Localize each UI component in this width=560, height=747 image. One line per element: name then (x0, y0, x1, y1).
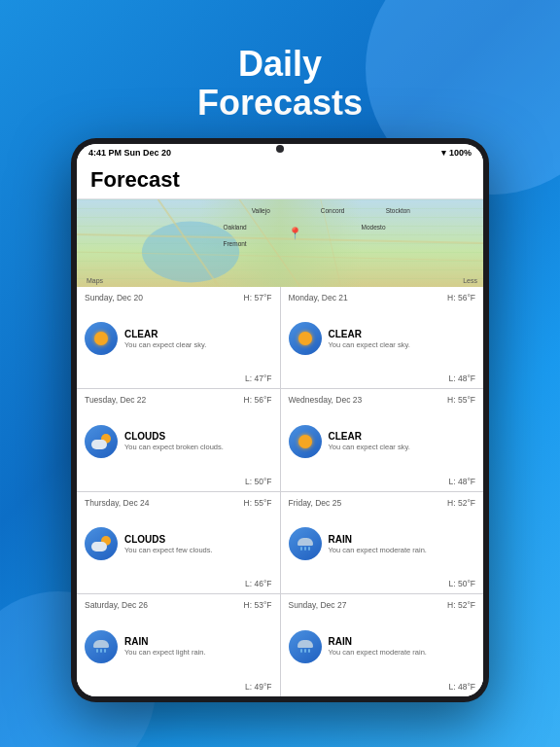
weather-icon (85, 425, 118, 458)
card-top: Friday, Dec 25 H: 52°F (289, 498, 476, 508)
weather-icon (85, 630, 118, 663)
card-condition: CLEAR (124, 329, 272, 339)
card-top: Monday, Dec 21 H: 56°F (289, 293, 476, 302)
forecast-card-4[interactable]: Thursday, Dec 24 H: 55°F CLOUDS You can … (77, 492, 280, 594)
card-high: H: 56°F (447, 293, 475, 302)
map-city-oakland: Oakland (223, 224, 246, 231)
weather-icon (289, 527, 322, 560)
card-date: Friday, Dec 25 (289, 498, 342, 508)
card-description: You can expect clear sky. (124, 340, 272, 349)
card-date: Sunday, Dec 27 (289, 600, 347, 610)
card-date: Sunday, Dec 20 (85, 293, 143, 302)
card-main: CLOUDS You can expect few clouds. (85, 512, 272, 578)
card-date: Tuesday, Dec 22 (85, 395, 146, 405)
map-city-modesto: Modesto (362, 224, 386, 231)
header-line2: Forecasts (197, 84, 363, 123)
card-description: You can expect clear sky. (329, 340, 476, 349)
map-roads (77, 199, 483, 287)
weather-icon (289, 425, 322, 458)
tablet-top-bar (222, 144, 338, 154)
forecast-card-5[interactable]: Friday, Dec 25 H: 52°F RAIN You can expe… (281, 492, 484, 594)
card-high: H: 53°F (244, 600, 272, 610)
tablet-frame: 4:41 PM Sun Dec 20 ▾ 100% Forecast (71, 138, 489, 702)
card-condition: RAIN (329, 636, 476, 647)
rain-icon (298, 538, 313, 551)
tablet-camera (276, 145, 284, 153)
card-low: L: 50°F (289, 579, 476, 588)
status-time: 4:41 PM Sun Dec 20 (88, 148, 171, 158)
card-description: You can expect moderate rain. (329, 546, 476, 554)
map-pin: 📍 (288, 227, 302, 240)
card-main: CLOUDS You can expect broken clouds. (85, 409, 272, 475)
card-main: RAIN You can expect light rain. (85, 614, 272, 680)
card-main: RAIN You can expect moderate rain. (289, 614, 476, 680)
forecast-card-2[interactable]: Tuesday, Dec 22 H: 56°F CLOUDS You can e… (77, 389, 280, 491)
app-title: Forecast (90, 167, 470, 193)
sun-icon (298, 435, 312, 448)
card-date: Thursday, Dec 24 (85, 498, 149, 508)
card-date: Saturday, Dec 26 (85, 600, 148, 610)
weather-icon (85, 527, 118, 560)
card-info: CLEAR You can expect clear sky. (329, 329, 476, 349)
card-condition: CLEAR (329, 329, 476, 339)
map-label: Maps (85, 277, 103, 284)
card-low: L: 46°F (85, 579, 272, 588)
tablet-screen: 4:41 PM Sun Dec 20 ▾ 100% Forecast (77, 144, 483, 696)
forecast-card-3[interactable]: Wednesday, Dec 23 H: 55°F CLEAR You can … (281, 389, 484, 491)
card-description: You can expect light rain. (124, 648, 272, 657)
card-info: CLEAR You can expect clear sky. (124, 329, 272, 349)
status-icons: ▾ 100% (441, 148, 472, 158)
card-date: Monday, Dec 21 (289, 293, 348, 302)
card-description: You can expect moderate rain. (329, 648, 476, 657)
header-line1: Daily (197, 45, 363, 84)
battery-icon: 100% (449, 148, 472, 158)
card-low: L: 48°F (289, 374, 476, 383)
card-top: Tuesday, Dec 22 H: 56°F (85, 395, 272, 405)
map-less[interactable]: Less (463, 277, 477, 284)
card-info: RAIN You can expect moderate rain. (329, 636, 476, 657)
weather-icon (289, 630, 322, 663)
rain-icon (93, 640, 109, 653)
map-city-vallejo: Vallejo (252, 207, 270, 214)
card-info: CLOUDS You can expect few clouds. (124, 534, 272, 554)
cloud-sun-icon (91, 434, 111, 449)
card-description: You can expect clear sky. (329, 443, 476, 451)
forecast-card-0[interactable]: Sunday, Dec 20 H: 57°F CLEAR You can exp… (77, 287, 280, 389)
card-description: You can expect broken clouds. (124, 443, 272, 451)
card-top: Saturday, Dec 26 H: 53°F (85, 600, 272, 610)
sun-icon (298, 332, 312, 345)
card-main: RAIN You can expect moderate rain. (289, 512, 476, 578)
map-city-fremont: Fremont (223, 240, 246, 247)
card-description: You can expect few clouds. (124, 546, 272, 554)
forecast-card-7[interactable]: Sunday, Dec 27 H: 52°F RAIN You can expe… (281, 594, 484, 696)
card-condition: CLOUDS (124, 431, 272, 442)
card-top: Sunday, Dec 20 H: 57°F (85, 293, 272, 302)
rain-icon (298, 640, 313, 653)
card-main: CLEAR You can expect clear sky. (85, 306, 272, 373)
forecast-grid: Sunday, Dec 20 H: 57°F CLEAR You can exp… (77, 287, 483, 696)
card-info: CLOUDS You can expect broken clouds. (124, 431, 272, 451)
app-header-text: Daily Forecasts (197, 45, 363, 122)
card-low: L: 49°F (85, 682, 272, 692)
card-top: Sunday, Dec 27 H: 52°F (289, 600, 476, 610)
card-condition: RAIN (124, 636, 272, 647)
forecast-card-6[interactable]: Saturday, Dec 26 H: 53°F RAIN You can ex… (77, 594, 280, 696)
weather-icon (289, 322, 322, 355)
card-main: CLEAR You can expect clear sky. (289, 306, 476, 373)
card-info: RAIN You can expect moderate rain. (329, 534, 476, 554)
card-high: H: 52°F (447, 600, 475, 610)
card-high: H: 52°F (447, 498, 475, 508)
card-condition: RAIN (329, 534, 476, 545)
map-city-concord: Concord (321, 207, 345, 214)
card-condition: CLEAR (329, 431, 476, 442)
card-info: RAIN You can expect light rain. (124, 636, 272, 657)
card-high: H: 55°F (244, 498, 272, 508)
card-info: CLEAR You can expect clear sky. (329, 431, 476, 451)
card-top: Thursday, Dec 24 H: 55°F (85, 498, 272, 508)
svg-rect-6 (77, 199, 483, 287)
forecast-card-1[interactable]: Monday, Dec 21 H: 56°F CLEAR You can exp… (281, 287, 484, 389)
card-low: L: 47°F (85, 374, 272, 383)
map-area[interactable]: 📍 Maps Less Vallejo Concord Stockton Oak… (77, 199, 483, 287)
card-high: H: 56°F (244, 395, 272, 405)
card-low: L: 48°F (289, 682, 476, 692)
